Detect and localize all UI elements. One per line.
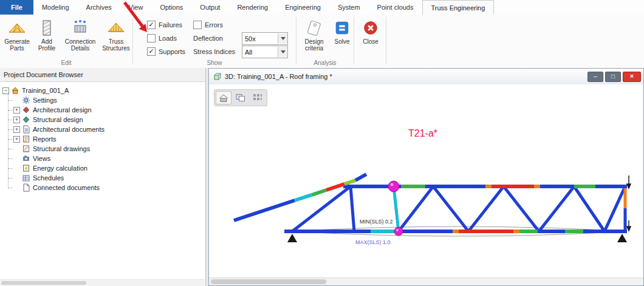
- checkbox-checked-icon: [147, 21, 156, 29]
- camera-icon: [22, 154, 30, 163]
- loads-checkbox[interactable]: Loads: [147, 33, 177, 43]
- truss-render: T21-a* MIN(SLS) 0.2 MAX(SLS) 1.0: [209, 84, 643, 278]
- viewport-canvas[interactable]: T21-a* MIN(SLS) 0.2 MAX(SLS) 1.0: [209, 84, 643, 278]
- tab-file[interactable]: File: [0, 0, 33, 15]
- tree-item-schedules[interactable]: Schedules: [13, 173, 205, 183]
- frames-icon: [235, 93, 247, 103]
- tree-item-structural-drawings[interactable]: Structural drawings: [13, 144, 205, 154]
- ribbon-group-show: Failures Errors Loads Deflection 50x Sup…: [133, 15, 296, 68]
- window-close-button[interactable]: ×: [623, 72, 641, 82]
- edit-group-label: Edit: [0, 60, 132, 66]
- tab-archives[interactable]: Archives: [78, 0, 120, 15]
- design-cube-icon: [22, 106, 30, 114]
- tree-item-architectural-documents[interactable]: Architectural documents: [13, 124, 205, 134]
- application-window: File Modeling Archives View Options Outp…: [0, 0, 644, 286]
- collapse-icon[interactable]: [2, 87, 9, 94]
- viewport-window: 3D: Training_001_A - Roof framing * – □ …: [208, 68, 644, 286]
- view-toolbar: [214, 89, 267, 106]
- chevron-down-icon: [278, 33, 287, 44]
- scrollbar-thumb[interactable]: [1, 281, 86, 285]
- tree-item-root[interactable]: Training_001_A: [2, 86, 205, 95]
- connection-details-button[interactable]: Connection Details: [61, 17, 100, 57]
- close-label: Close: [363, 38, 379, 45]
- tab-modeling[interactable]: Modeling: [33, 0, 78, 15]
- view-home-button[interactable]: [216, 91, 231, 104]
- tree-item-reports[interactable]: Reports: [13, 134, 205, 144]
- grid-icon: [252, 93, 264, 103]
- ribbon-group-edit: Generate Parts Add Profile Connection De…: [0, 15, 132, 68]
- tab-view[interactable]: View: [120, 0, 152, 15]
- table-icon: [22, 174, 30, 182]
- view-grid-button[interactable]: [250, 91, 265, 104]
- generate-parts-button[interactable]: Generate Parts: [1, 17, 33, 57]
- tree-item-structural-design[interactable]: Structural design: [13, 115, 205, 124]
- node-sphere[interactable]: [394, 227, 403, 236]
- tab-rendering[interactable]: Rendering: [228, 0, 276, 15]
- tab-point-clouds[interactable]: Point clouds: [369, 0, 422, 15]
- house-icon: [218, 93, 230, 103]
- stress-indices-value: All: [242, 49, 278, 56]
- tab-options[interactable]: Options: [151, 0, 191, 15]
- solve-button[interactable]: Solve: [331, 17, 354, 57]
- tab-truss-engineering[interactable]: Truss Engineering: [422, 0, 495, 15]
- close-button[interactable]: Close: [357, 17, 385, 57]
- add-profile-button[interactable]: Add Profile: [33, 17, 61, 57]
- add-profile-label: Add Profile: [33, 38, 60, 52]
- failures-checkbox[interactable]: Failures: [147, 20, 182, 30]
- errors-checkbox[interactable]: Errors: [193, 20, 223, 30]
- connection-icon: [71, 18, 89, 38]
- stress-indices-dropdown[interactable]: All: [242, 46, 288, 58]
- viewport-horizontal-scrollbar[interactable]: [209, 277, 643, 285]
- ribbon-group-close: Close: [354, 15, 386, 68]
- supports-checkbox[interactable]: Supports: [147, 47, 185, 56]
- design-cube-icon: [22, 115, 30, 124]
- ribbon: Generate Parts Add Profile Connection De…: [0, 15, 644, 69]
- project-document-browser-panel: Project Document Browser Training_001_A …: [0, 68, 206, 286]
- expand-icon[interactable]: [13, 136, 20, 143]
- close-red-icon: [362, 18, 379, 38]
- viewport-title: 3D: Training_001_A - Roof framing *: [225, 73, 332, 80]
- truss-structures-label: Truss Structures: [100, 38, 132, 52]
- analysis-group-label: Analysis: [296, 60, 354, 66]
- stress-indices-label: Stress Indices: [193, 48, 235, 55]
- expand-icon[interactable]: [13, 126, 20, 133]
- document-tree: Training_001_A Settings Architectural de…: [0, 82, 205, 192]
- max-sls-label: MAX(SLS) 1.0: [355, 239, 391, 245]
- profile-icon: [38, 18, 56, 38]
- 3d-view-icon: [213, 72, 221, 81]
- truss-structures-icon: [107, 18, 125, 38]
- gear-icon: [22, 96, 30, 104]
- viewport-titlebar[interactable]: 3D: Training_001_A - Roof framing * – □ …: [209, 69, 643, 85]
- reaction-arrows: [627, 175, 631, 231]
- design-criteria-label: Design criteria: [298, 38, 330, 52]
- tree-item-views[interactable]: Views: [13, 154, 205, 163]
- deflection-dropdown[interactable]: 50x: [242, 32, 288, 45]
- truss-generate-icon: [8, 18, 26, 38]
- solve-label: Solve: [334, 38, 349, 45]
- expand-icon[interactable]: [13, 107, 20, 114]
- node-sphere[interactable]: [388, 181, 399, 192]
- panel-title: Project Document Browser: [0, 68, 205, 82]
- project-icon: [11, 86, 19, 95]
- view-layout-button[interactable]: [233, 91, 248, 104]
- min-sls-label: MIN(SLS) 0.2: [360, 219, 393, 225]
- minimize-button[interactable]: –: [587, 72, 603, 82]
- maximize-button[interactable]: □: [605, 72, 621, 82]
- truss-structures-button[interactable]: Truss Structures: [100, 17, 132, 57]
- tree-item-architectural-design[interactable]: Architectural design: [13, 105, 205, 115]
- design-criteria-button[interactable]: Design criteria: [298, 17, 331, 57]
- tab-system[interactable]: System: [329, 0, 369, 15]
- deflection-value: 50x: [242, 35, 278, 43]
- scrollbar-thumb[interactable]: [211, 279, 326, 284]
- tree-item-settings[interactable]: Settings: [13, 95, 205, 105]
- support-left: [287, 234, 297, 242]
- document-icon: [22, 125, 30, 134]
- tab-output[interactable]: Output: [191, 0, 228, 15]
- support-right: [617, 234, 627, 242]
- tree-item-energy-calculation[interactable]: Energy calculation: [13, 163, 205, 173]
- panel-horizontal-scrollbar[interactable]: [0, 279, 205, 286]
- energy-icon: [22, 164, 30, 172]
- tab-engineering[interactable]: Engineering: [276, 0, 329, 15]
- tree-item-connected-documents[interactable]: Connected documents: [13, 183, 205, 192]
- expand-icon[interactable]: [13, 117, 20, 123]
